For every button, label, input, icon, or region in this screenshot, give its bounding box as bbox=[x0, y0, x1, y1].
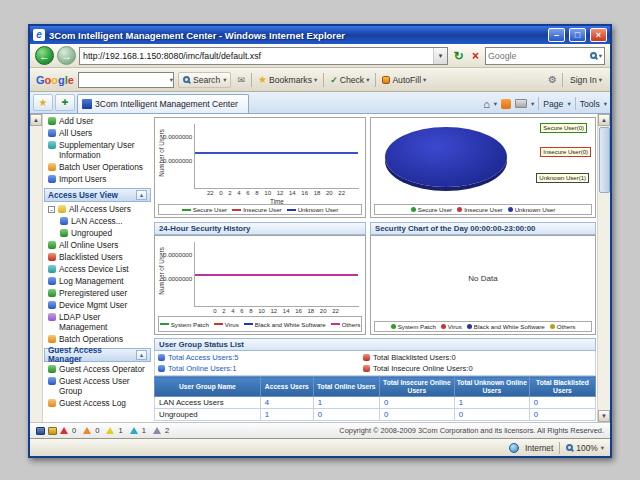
unknown-online-cell[interactable]: 0 bbox=[454, 409, 529, 421]
table-row[interactable]: LAN Access Users 4 1 0 1 0 bbox=[155, 397, 596, 409]
online-users-cell[interactable]: 1 bbox=[313, 397, 379, 409]
chevron-down-icon[interactable]: ▾ bbox=[567, 100, 570, 108]
search-icon[interactable] bbox=[590, 52, 597, 59]
sidebar-item-all-online-users[interactable]: All Online Users bbox=[44, 239, 151, 251]
panel-collapse-icon[interactable]: ▲ bbox=[136, 350, 147, 360]
panel-collapse-icon[interactable]: ▲ bbox=[136, 190, 147, 200]
page-tab[interactable]: 3Com Intelligent Management Center bbox=[77, 94, 249, 113]
column-header[interactable]: Total Unknown Online Users bbox=[454, 377, 529, 397]
stat-total-blacklisted-users[interactable]: Total Blacklisted Users:0 bbox=[363, 353, 592, 362]
add-favorite-button[interactable]: ✚ bbox=[55, 94, 75, 111]
print-icon[interactable] bbox=[515, 99, 527, 108]
search-dropdown-icon[interactable]: ▾ bbox=[599, 52, 602, 60]
critical-alarm-count[interactable]: 0 bbox=[72, 426, 76, 435]
sign-in-button[interactable]: Sign In▾ bbox=[568, 74, 604, 86]
sidebar-item-blacklisted-users[interactable]: Blacklisted Users bbox=[44, 251, 151, 263]
chevron-down-icon[interactable]: ▾ bbox=[531, 100, 534, 108]
insecure-online-cell[interactable]: 0 bbox=[379, 409, 454, 421]
home-icon[interactable]: ⌂ bbox=[483, 98, 490, 110]
stop-icon[interactable]: × bbox=[469, 49, 482, 63]
sidebar-item-guest-access-log[interactable]: Guest Access Log bbox=[44, 397, 151, 409]
warning-alarm-icon[interactable] bbox=[130, 427, 138, 434]
tools-menu-button[interactable]: Tools bbox=[580, 99, 600, 109]
back-button[interactable]: ← bbox=[35, 46, 54, 65]
chevron-down-icon[interactable]: ▾ bbox=[494, 100, 497, 108]
google-search-button[interactable]: Search▾ bbox=[178, 72, 232, 88]
scroll-up-icon[interactable]: ▲ bbox=[598, 114, 610, 126]
table-row[interactable]: Ungrouped 1 0 0 0 0 bbox=[155, 409, 596, 421]
minor-alarm-icon[interactable] bbox=[106, 427, 114, 434]
sidebar-item-preregistered-user[interactable]: Preregistered user bbox=[44, 287, 151, 299]
google-search-dropdown-icon[interactable]: ▾ bbox=[170, 76, 173, 84]
search-input[interactable] bbox=[488, 51, 588, 61]
access-users-cell[interactable]: 1 bbox=[260, 409, 313, 421]
major-alarm-count[interactable]: 0 bbox=[95, 426, 99, 435]
stat-total-access-users[interactable]: Total Access Users:5 bbox=[158, 353, 363, 362]
sidebar-item-ldap-user-management[interactable]: LDAP User Management bbox=[44, 311, 151, 333]
sidebar-item-all-users[interactable]: All Users bbox=[44, 127, 151, 139]
user-group-name-cell[interactable]: LAN Access Users bbox=[155, 397, 261, 409]
column-header[interactable]: Total Blacklisted Users bbox=[529, 377, 595, 397]
minimize-button[interactable]: – bbox=[548, 28, 565, 42]
unknown-online-cell[interactable]: 1 bbox=[454, 397, 529, 409]
minor-alarm-count[interactable]: 1 bbox=[118, 426, 122, 435]
address-dropdown-icon[interactable]: ▾ bbox=[433, 48, 447, 64]
sidebar-item-supplementary-user-information[interactable]: Supplementary User Information bbox=[44, 139, 151, 161]
column-header[interactable]: Total Online Users bbox=[313, 377, 379, 397]
blacklisted-cell[interactable]: 0 bbox=[529, 397, 595, 409]
content-scrollbar[interactable]: ▲ ▼ bbox=[597, 114, 610, 422]
online-users-cell[interactable]: 0 bbox=[313, 409, 379, 421]
sidebar-scrollbar[interactable]: ▲ bbox=[30, 114, 43, 422]
sidebar-item-device-mgmt-user[interactable]: Device Mgmt User bbox=[44, 299, 151, 311]
sidebar-item-guest-access-user-group[interactable]: Guest Access User Group bbox=[44, 375, 151, 397]
major-alarm-icon[interactable] bbox=[83, 427, 91, 434]
sidebar-item-access-device-list[interactable]: Access Device List bbox=[44, 263, 151, 275]
bookmarks-button[interactable]: ★Bookmarks▾ bbox=[256, 73, 319, 86]
warning-alarm-count[interactable]: 1 bbox=[142, 426, 146, 435]
favorites-button[interactable]: ★ bbox=[33, 94, 53, 111]
sidebar-item-batch-operations[interactable]: Batch Operations bbox=[44, 333, 151, 345]
gear-icon[interactable]: ⚙ bbox=[548, 74, 557, 85]
scrollbar-thumb[interactable] bbox=[599, 127, 610, 193]
column-header[interactable]: Access Users bbox=[260, 377, 313, 397]
alarm-panel-icon[interactable] bbox=[48, 427, 57, 435]
close-button[interactable]: × bbox=[590, 28, 607, 42]
insecure-online-cell[interactable]: 0 bbox=[379, 397, 454, 409]
zoom-control[interactable]: 100% ▾ bbox=[566, 443, 604, 453]
critical-alarm-icon[interactable] bbox=[60, 427, 68, 434]
stat-total-online-users[interactable]: Total Online Users:1 bbox=[158, 364, 363, 373]
access-users-cell[interactable]: 4 bbox=[260, 397, 313, 409]
feeds-icon[interactable] bbox=[501, 99, 511, 109]
forward-button[interactable]: → bbox=[57, 46, 76, 65]
sidebar-item-add-user[interactable]: Add User bbox=[44, 115, 151, 127]
column-header[interactable]: Total Insecure Online Users bbox=[379, 377, 454, 397]
maximize-button[interactable]: □ bbox=[569, 28, 586, 42]
sidebar-item-all-access-users[interactable]: -All Access Users bbox=[44, 203, 151, 215]
scroll-up-icon[interactable]: ▲ bbox=[30, 114, 42, 126]
panel-access-user-view[interactable]: Access User View ▲ bbox=[44, 188, 151, 202]
address-input[interactable] bbox=[80, 48, 433, 63]
device-status-icon[interactable] bbox=[36, 427, 45, 435]
tree-collapse-icon[interactable]: - bbox=[48, 206, 55, 213]
autofill-button[interactable]: AutoFill▾ bbox=[380, 74, 428, 86]
user-group-name-cell[interactable]: Ungrouped bbox=[155, 409, 261, 421]
refresh-icon[interactable]: ↻ bbox=[451, 49, 466, 63]
sidebar-item-guest-access-operator[interactable]: Guest Access Operator bbox=[44, 363, 151, 375]
sidebar-item-ungrouped[interactable]: Ungrouped bbox=[44, 227, 151, 239]
info-alarm-icon[interactable] bbox=[153, 427, 161, 434]
info-alarm-count[interactable]: 2 bbox=[165, 426, 169, 435]
sidebar-item-import-users[interactable]: Import Users bbox=[44, 173, 151, 185]
column-header[interactable]: User Group Name bbox=[155, 377, 261, 397]
chevron-down-icon[interactable]: ▾ bbox=[604, 100, 607, 108]
scroll-down-icon[interactable]: ▼ bbox=[598, 410, 610, 422]
blacklisted-cell[interactable]: 0 bbox=[529, 409, 595, 421]
check-button[interactable]: ✓Check▾ bbox=[328, 74, 371, 86]
stat-total-insecure-online-users[interactable]: Total Insecure Online Users:0 bbox=[363, 364, 592, 373]
sidebar-item-lan-access[interactable]: LAN Access... bbox=[44, 215, 151, 227]
sidebar-item-batch-user-operations[interactable]: Batch User Operations bbox=[44, 161, 151, 173]
share-button[interactable]: ✉ bbox=[235, 74, 247, 86]
google-search-input[interactable] bbox=[79, 75, 170, 85]
page-menu-button[interactable]: Page bbox=[543, 99, 563, 109]
sidebar-item-log-management[interactable]: Log Management bbox=[44, 275, 151, 287]
panel-guest-access-manager[interactable]: Guest Access Manager ▲ bbox=[44, 348, 151, 362]
